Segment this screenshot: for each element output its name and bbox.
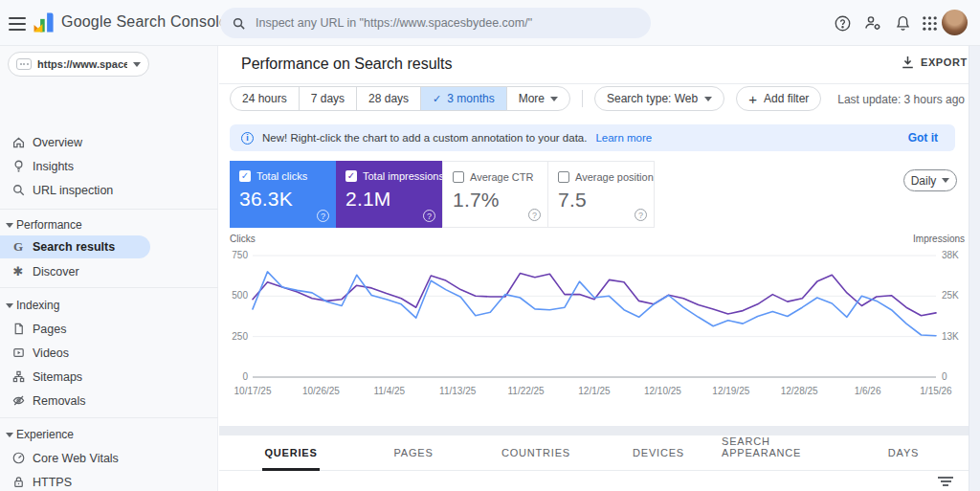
last-update-text: Last update: 3 hours ago [837,93,965,106]
checkbox-checked-icon[interactable]: ✓ [345,170,357,182]
lightbulb-icon [11,159,26,174]
apps-grid-icon[interactable] [918,11,941,34]
got-it-button[interactable]: Got it [902,131,944,145]
checkbox-unchecked-icon[interactable] [558,171,569,183]
svg-text:12/10/25: 12/10/25 [644,386,681,396]
learn-more-link[interactable]: Learn more [595,132,652,144]
sidebar-item-search-results[interactable]: G Search results [0,235,150,258]
search-icon [232,16,246,31]
checkbox-checked-icon[interactable]: ✓ [239,170,251,182]
pages-icon [11,322,26,337]
sidebar-item-overview[interactable]: Overview [0,130,211,154]
search-console-logo-icon[interactable] [33,11,56,34]
table-filter-icon[interactable] [938,477,953,488]
add-filter-button[interactable]: + Add filter [736,86,821,111]
sidebar-item-url-inspection[interactable]: URL inspection [0,178,211,202]
sidebar-item-pages[interactable]: Pages [0,317,211,341]
account-avatar[interactable] [942,10,968,35]
range-chip-7-days[interactable]: 7 days [299,86,357,111]
sidebar-item-videos[interactable]: Videos [0,341,211,365]
section-performance[interactable]: Performance [0,215,211,234]
svg-text:500: 500 [232,290,248,301]
svg-text:Impressions: Impressions [913,234,965,244]
scrollbar-track[interactable] [969,46,980,491]
checkbox-unchecked-icon[interactable] [453,171,464,183]
range-chip-3-months-selected[interactable]: ✓ 3 months [420,86,507,111]
metric-card-average-position[interactable]: Average position 7.5 ? [548,161,655,228]
performance-chart[interactable]: ClicksImpressions75038K50025K25013K0010/… [230,233,965,405]
tab-days[interactable]: DAYS [842,435,965,471]
search-input[interactable] [256,16,639,30]
tab-queries[interactable]: QUERIES [230,435,352,471]
metric-card-average-ctr[interactable]: Average CTR 1.7% ? [442,161,548,228]
sidebar-item-insights[interactable]: Insights [0,154,211,178]
range-chip-28-days[interactable]: 28 days [356,86,421,111]
metric-card-total-impressions[interactable]: ✓ Total impressions 2.1M ? [336,161,442,228]
notifications-bell-icon[interactable] [891,11,914,34]
user-settings-icon[interactable] [861,11,884,34]
chevron-down-icon [133,62,141,67]
help-icon[interactable] [831,11,854,34]
metric-card-total-clicks[interactable]: ✓ Total clicks 36.3K ? [230,161,336,228]
help-icon[interactable]: ? [635,209,647,221]
granularity-dropdown[interactable]: Daily [903,169,957,191]
total-clicks-value: 36.3K [239,188,326,211]
section-indexing[interactable]: Indexing [0,296,211,315]
banner-message: New! Right-click the chart to add a cust… [262,132,587,144]
page-title: Performance on Search results [241,56,453,73]
svg-text:750: 750 [232,250,248,260]
chevron-down-icon [6,223,13,228]
export-button[interactable]: EXPORT [902,56,968,69]
average-position-value: 7.5 [558,189,644,212]
divider [0,209,218,210]
magnifier-icon [11,183,26,198]
sidebar-item-core-web-vitals[interactable]: Core Web Vitals [0,446,211,470]
sidebar-item-https[interactable]: HTTPS [0,470,211,491]
help-icon[interactable]: ? [528,209,541,221]
tab-pages[interactable]: PAGES [352,435,475,471]
lock-icon [11,475,26,490]
svg-text:13K: 13K [942,331,959,342]
divider [0,417,218,418]
app-title: Google Search Console [61,13,228,31]
svg-text:0: 0 [942,371,947,382]
range-chip-more[interactable]: More [506,86,570,111]
tab-devices[interactable]: DEVICES [597,435,720,471]
tab-search-appearance[interactable]: SEARCH APPEARANCE [720,435,842,471]
svg-text:11/22/25: 11/22/25 [508,386,546,396]
eye-off-icon [11,393,26,409]
svg-text:10/26/25: 10/26/25 [302,386,340,396]
divider [582,90,583,107]
help-icon[interactable]: ? [317,210,329,222]
sidebar-item-removals[interactable]: Removals [0,389,211,413]
home-icon [11,135,26,150]
sidebar-item-sitemaps[interactable]: Sitemaps [0,365,211,389]
tab-countries[interactable]: COUNTRIES [475,435,597,471]
help-icon[interactable]: ? [423,210,435,222]
annotation-banner: i New! Right-click the chart to add a cu… [230,124,955,151]
videos-icon [11,346,26,361]
sidebar-item-discover[interactable]: ✱ Discover [0,259,211,283]
property-selector[interactable]: https://www.spacesbyd... [8,52,149,77]
search-type-filter[interactable]: Search type: Web [594,86,724,111]
divider [219,83,969,84]
divider [0,287,218,288]
svg-text:11/13/25: 11/13/25 [439,386,477,396]
svg-text:11/4/25: 11/4/25 [373,386,405,396]
hamburger-menu-icon[interactable] [8,13,27,33]
chevron-down-icon [942,178,949,183]
property-type-icon [16,58,32,70]
url-inspect-searchbar[interactable] [220,8,651,38]
filter-bar: 24 hours 7 days 28 days ✓ 3 months More … [230,86,821,111]
svg-text:250: 250 [232,331,248,342]
chevron-down-icon [6,303,13,308]
range-chip-24-hours[interactable]: 24 hours [230,86,300,111]
section-experience[interactable]: Experience [0,425,211,444]
sitemaps-icon [11,369,26,385]
svg-text:38K: 38K [942,250,959,260]
svg-text:10/17/25: 10/17/25 [234,386,272,396]
top-bar: Google Search Console [0,0,980,46]
plus-icon: + [748,92,757,106]
chevron-down-icon [704,97,712,101]
svg-text:12/19/25: 12/19/25 [712,386,749,396]
